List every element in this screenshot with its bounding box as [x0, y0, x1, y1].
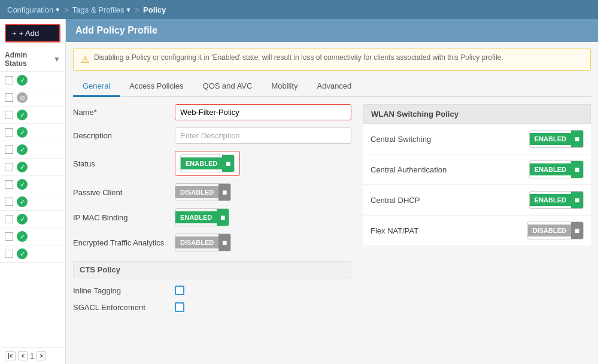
status-toggle[interactable]: ENABLED ■ [180, 154, 235, 172]
prev-page-button[interactable]: < [18, 351, 28, 360]
right-panel-title: WLAN Switching Policy [363, 104, 591, 124]
sidebar: + + Add Admin Status ▼ ✓ ⊘ ✓ ✓ [0, 19, 66, 364]
status-toggle-wrapper: ENABLED ■ [175, 151, 240, 176]
flex-nat-row: Flex NAT/PAT DISABLED ■ [363, 216, 591, 246]
row-checkbox[interactable] [5, 163, 13, 171]
warning-text: Disabling a Policy or configuring it in … [94, 53, 503, 62]
flex-nat-toggle[interactable]: DISABLED ■ [527, 222, 584, 239]
status-icon-green: ✓ [17, 214, 28, 225]
status-icon-green: ✓ [17, 75, 28, 86]
cts-section: CTS Policy [73, 261, 351, 278]
status-icon-green: ✓ [17, 144, 28, 155]
nav-config[interactable]: Configuration [7, 5, 53, 14]
list-item[interactable]: ✓ [0, 107, 65, 124]
tab-mobility[interactable]: Mobility [262, 77, 307, 97]
filter-icon[interactable]: ▼ [53, 55, 60, 63]
separator-2: > [135, 5, 139, 14]
nav-current: Policy [143, 5, 166, 14]
central-auth-switch: ■ [571, 161, 583, 178]
row-checkbox[interactable] [5, 93, 13, 102]
right-panel: WLAN Switching Policy Central Switching … [363, 104, 591, 357]
central-dhcp-row: Central DHCP ENABLED ■ [363, 185, 591, 216]
form-area: Name* Description Status ENABLED [66, 97, 598, 364]
central-dhcp-switch: ■ [571, 192, 583, 208]
encrypted-label: Encrypted Traffic Analytics [73, 238, 169, 247]
admin-status-label: Admin Status [5, 51, 51, 68]
flex-nat-value: DISABLED [528, 225, 571, 236]
passive-client-row: Passive Client DISABLED ■ [73, 183, 351, 201]
passive-client-label: Passive Client [73, 188, 169, 197]
row-checkbox[interactable] [5, 145, 13, 154]
passive-client-toggle-label: DISABLED [175, 186, 218, 198]
status-icon-green: ✓ [17, 162, 28, 172]
central-switching-toggle[interactable]: ENABLED ■ [529, 130, 584, 148]
list-item[interactable]: ✓ [0, 193, 65, 211]
inline-tagging-label: Inline Tagging [73, 286, 169, 295]
central-dhcp-value: ENABLED [530, 194, 571, 206]
config-dropdown-icon: ▼ [54, 7, 60, 13]
plus-icon: + [12, 29, 17, 38]
row-checkbox[interactable] [5, 232, 13, 241]
row-checkbox[interactable] [5, 111, 13, 119]
next-page-button[interactable]: > [37, 351, 46, 360]
content-area: Add Policy Profile ⚠ Disabling a Policy … [66, 19, 598, 364]
tab-general[interactable]: General [73, 77, 120, 97]
status-icon-green: ✓ [17, 179, 28, 190]
description-input[interactable] [175, 128, 351, 144]
form-left: Name* Description Status ENABLED [73, 104, 351, 357]
central-switching-label: Central Switching [371, 135, 523, 144]
add-button[interactable]: + + Add [5, 24, 60, 43]
ip-mac-toggle[interactable]: ENABLED ■ [175, 208, 229, 226]
sgacl-checkbox[interactable] [175, 302, 184, 312]
encrypted-switch: ■ [218, 234, 230, 251]
list-item[interactable]: ✓ [0, 124, 65, 141]
nav-tags[interactable]: Tags & Profiles [72, 5, 125, 14]
list-item[interactable]: ✓ [0, 176, 65, 193]
row-checkbox[interactable] [5, 215, 13, 223]
status-field-row: Status ENABLED ■ [73, 151, 351, 176]
encrypted-toggle[interactable]: DISABLED ■ [175, 233, 231, 251]
first-page-button[interactable]: |< [5, 351, 16, 360]
status-icon-green: ✓ [17, 110, 28, 120]
name-input[interactable] [175, 105, 351, 120]
tab-qos-avc[interactable]: QOS and AVC [193, 77, 262, 97]
description-label: Description [73, 131, 169, 140]
description-field-row: Description [73, 128, 351, 144]
name-label: Name* [73, 108, 169, 117]
central-switching-value: ENABLED [530, 133, 571, 145]
row-checkbox[interactable] [5, 180, 13, 189]
row-checkbox[interactable] [5, 76, 13, 84]
status-label: Status [73, 159, 169, 168]
inline-tagging-checkbox[interactable] [175, 286, 184, 295]
sidebar-footer: |< < 1 > [0, 347, 65, 364]
warning-banner: ⚠ Disabling a Policy or configuring it i… [73, 48, 591, 71]
central-dhcp-toggle[interactable]: ENABLED ■ [529, 191, 584, 209]
tab-advanced[interactable]: Advanced [308, 77, 362, 97]
status-icon-green: ✓ [17, 196, 28, 207]
sidebar-rows: ✓ ⊘ ✓ ✓ ✓ ✓ ✓ [0, 72, 65, 347]
list-item[interactable]: ⊘ [0, 89, 65, 107]
status-icon-green: ✓ [17, 127, 28, 138]
list-item[interactable]: ✓ [0, 141, 65, 159]
breadcrumb: Configuration ▼ > Tags & Profiles ▼ > Po… [0, 0, 598, 19]
warning-icon: ⚠ [81, 54, 89, 65]
status-toggle-switch: ■ [222, 155, 234, 172]
row-checkbox[interactable] [5, 128, 13, 136]
passive-client-toggle[interactable]: DISABLED ■ [175, 183, 231, 201]
list-item[interactable]: ✓ [0, 245, 65, 263]
list-item[interactable]: ✓ [0, 159, 65, 176]
ip-mac-switch: ■ [217, 209, 229, 226]
sgacl-label: SGACL Enforcement [73, 303, 169, 312]
row-checkbox[interactable] [5, 198, 13, 206]
page-title: Add Policy Profile [66, 19, 598, 42]
add-button-label: + Add [19, 29, 40, 38]
list-item[interactable]: ✓ [0, 72, 65, 89]
ip-mac-toggle-label: ENABLED [175, 211, 217, 223]
central-auth-toggle[interactable]: ENABLED ■ [529, 160, 584, 178]
list-item[interactable]: ✓ [0, 211, 65, 228]
central-switching-row: Central Switching ENABLED ■ [363, 124, 591, 154]
encrypted-row: Encrypted Traffic Analytics DISABLED ■ [73, 233, 351, 251]
tab-access-policies[interactable]: Access Policies [120, 77, 193, 97]
list-item[interactable]: ✓ [0, 228, 65, 245]
row-checkbox[interactable] [5, 250, 13, 258]
